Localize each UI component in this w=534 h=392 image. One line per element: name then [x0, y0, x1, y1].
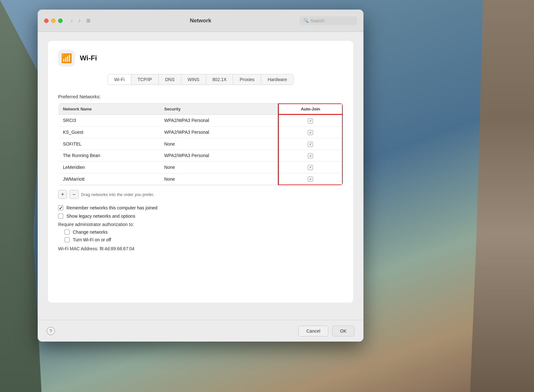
- wifi-on-off-option: Turn Wi-Fi on or off: [65, 237, 343, 242]
- security-cell: WPA2/WPA3 Personal: [160, 126, 278, 138]
- search-placeholder: Search: [310, 18, 324, 23]
- tab-tcpip[interactable]: TCP/IP: [131, 74, 159, 85]
- bottom-bar: ? Cancel OK: [38, 320, 363, 342]
- tab-wins[interactable]: WINS: [181, 74, 206, 85]
- network-name-cell: SRCI3: [58, 115, 160, 127]
- search-bar[interactable]: 🔍 Search: [300, 16, 357, 25]
- auto-join-cell[interactable]: ✓: [278, 126, 343, 138]
- network-name-cell: The Running Bean: [58, 150, 160, 162]
- remember-networks-label: Remember networks this computer has join…: [66, 205, 157, 210]
- network-name-cell: LeMeridien: [58, 162, 160, 173]
- tab-8021x[interactable]: 802.1X: [206, 74, 233, 85]
- table-row: KS_GuestWPA2/WPA3 Personal✓: [58, 126, 343, 138]
- add-network-button[interactable]: +: [58, 190, 67, 199]
- remember-networks-checkbox[interactable]: ✓: [58, 205, 63, 210]
- maximize-button[interactable]: [58, 19, 63, 23]
- auto-join-checkbox[interactable]: ✓: [308, 118, 313, 124]
- panel-header: 📶 Wi-Fi: [58, 50, 343, 66]
- network-name-cell: SOFITEL: [58, 138, 160, 150]
- checkmark: ✓: [59, 205, 63, 211]
- tab-wifi[interactable]: Wi-Fi: [108, 74, 131, 85]
- col-network-name: Network Name: [58, 104, 160, 115]
- wifi-onoff-checkbox[interactable]: [65, 237, 70, 242]
- table-actions: + − Drag networks into the order you pre…: [58, 190, 343, 199]
- auto-join-cell[interactable]: ✓: [278, 138, 343, 150]
- settings-panel: 📶 Wi-Fi Wi-Fi TCP/IP DNS WINS 802.1X Pro…: [48, 41, 353, 303]
- minimize-button[interactable]: [51, 19, 56, 23]
- network-name-cell: KS_Guest: [58, 126, 160, 138]
- tab-hardware[interactable]: Hardware: [261, 74, 294, 85]
- table-row: SRCI3WPA2/WPA3 Personal✓: [58, 115, 343, 127]
- grid-icon: ⊞: [86, 18, 90, 24]
- drag-hint: Drag networks into the order you prefer.: [81, 192, 154, 197]
- show-legacy-row: Show legacy networks and options: [58, 214, 343, 219]
- admin-auth-title: Require administrator authorization to:: [58, 222, 343, 227]
- auto-join-checkbox[interactable]: ✓: [308, 165, 313, 170]
- cancel-button[interactable]: Cancel: [298, 326, 328, 336]
- window-title: Network: [190, 18, 211, 24]
- table-row: LeMeridienNone✓: [58, 162, 343, 173]
- search-icon: 🔍: [303, 18, 309, 23]
- panel-title: Wi-Fi: [80, 54, 97, 62]
- network-name-cell: JWMarriott: [58, 173, 160, 185]
- tab-proxies[interactable]: Proxies: [233, 74, 261, 85]
- auto-join-cell[interactable]: ✓: [278, 162, 343, 173]
- bottom-actions: Cancel OK: [298, 326, 355, 336]
- ok-button[interactable]: OK: [332, 326, 355, 336]
- wifi-icon: 📶: [61, 53, 72, 64]
- table-row: The Running BeanWPA2/WPA3 Personal✓: [58, 150, 343, 162]
- tab-dns[interactable]: DNS: [159, 74, 181, 85]
- table-row: JWMarriottNone✓: [58, 173, 343, 185]
- col-security: Security: [160, 104, 278, 115]
- help-button[interactable]: ?: [47, 327, 55, 335]
- forward-button[interactable]: ›: [77, 17, 82, 25]
- traffic-lights: [44, 19, 63, 23]
- table-row: SOFITELNone✓: [58, 138, 343, 150]
- col-auto-join: Auto-Join: [278, 104, 343, 115]
- close-button[interactable]: [44, 19, 49, 23]
- auto-join-cell[interactable]: ✓: [278, 115, 343, 127]
- main-content: 📶 Wi-Fi Wi-Fi TCP/IP DNS WINS 802.1X Pro…: [38, 32, 363, 320]
- nav-buttons: ‹ ›: [69, 17, 82, 25]
- security-cell: None: [160, 162, 278, 173]
- wifi-icon-box: 📶: [58, 50, 75, 66]
- auto-join-checkbox[interactable]: ✓: [308, 177, 313, 182]
- wifi-onoff-label: Turn Wi-Fi on or off: [73, 237, 111, 242]
- remember-networks-row: ✓ Remember networks this computer has jo…: [58, 205, 343, 210]
- security-cell: WPA2/WPA3 Personal: [160, 115, 278, 127]
- tab-bar: Wi-Fi TCP/IP DNS WINS 802.1X Proxies Har…: [107, 74, 294, 85]
- titlebar: ‹ › ⊞ Network 🔍 Search: [38, 10, 363, 32]
- show-legacy-label: Show legacy networks and options: [66, 214, 135, 219]
- auto-join-cell[interactable]: ✓: [278, 150, 343, 162]
- change-networks-option: Change networks: [65, 230, 343, 235]
- auto-join-cell[interactable]: ✓: [278, 173, 343, 185]
- auto-join-checkbox[interactable]: ✓: [308, 130, 313, 135]
- security-cell: None: [160, 138, 278, 150]
- admin-auth-section: Require administrator authorization to: …: [58, 222, 343, 242]
- remove-network-button[interactable]: −: [70, 190, 79, 199]
- back-button[interactable]: ‹: [69, 17, 75, 25]
- security-cell: None: [160, 173, 278, 185]
- system-preferences-window: ‹ › ⊞ Network 🔍 Search 📶 Wi-Fi Wi-Fi TCP…: [38, 10, 363, 342]
- change-networks-checkbox[interactable]: [65, 230, 70, 235]
- mac-address-row: Wi-Fi MAC Address: f8:4d:89:68:67:04: [58, 246, 343, 251]
- auto-join-checkbox[interactable]: ✓: [308, 142, 313, 147]
- networks-table: Network Name Security Auto-Join SRCI3WPA…: [58, 103, 343, 185]
- preferred-networks-label: Preferred Networks:: [58, 94, 343, 99]
- security-cell: WPA2/WPA3 Personal: [160, 150, 278, 162]
- auto-join-checkbox[interactable]: ✓: [308, 153, 313, 158]
- change-networks-label: Change networks: [73, 230, 108, 235]
- show-legacy-checkbox[interactable]: [58, 214, 63, 219]
